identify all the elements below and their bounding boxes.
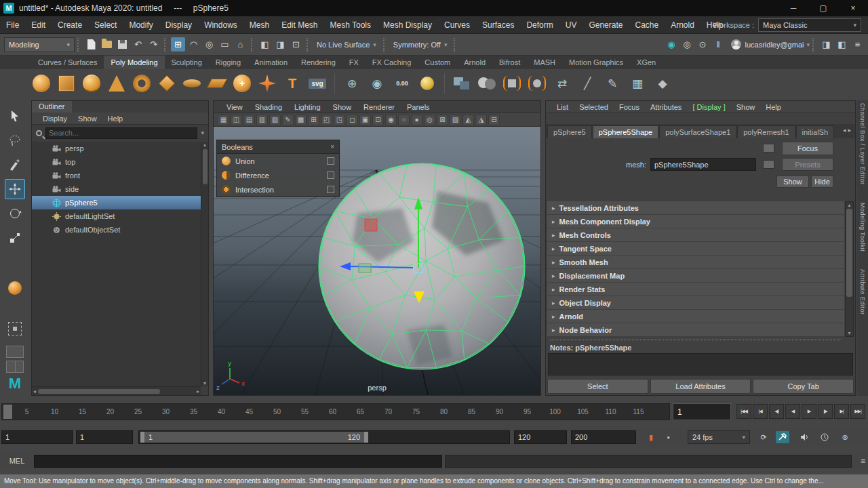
focus-button[interactable]: Focus	[782, 142, 833, 155]
search-input[interactable]	[45, 127, 197, 139]
select-tool-button[interactable]	[5, 106, 25, 126]
shaded-mode-icon[interactable]: ○	[398, 115, 410, 125]
viewport-menu-item[interactable]: Shading	[249, 101, 288, 113]
lock-camera-icon[interactable]: ◫	[231, 115, 242, 125]
menu-item[interactable]: Cache	[629, 16, 665, 34]
union-options-checkbox[interactable]	[327, 157, 334, 165]
menu-item[interactable]: UV	[559, 16, 583, 34]
outliner-vertical-scrollbar[interactable]: ▴ ▾	[201, 142, 208, 386]
set-key-icon[interactable]: ▪	[662, 431, 675, 443]
scroll-down-icon[interactable]: ▾	[848, 330, 850, 336]
attribute-editor-toggle[interactable]: ◧	[835, 37, 849, 52]
step-back-frame-button[interactable]: |◀	[753, 404, 768, 419]
menu-item[interactable]: Mesh Tools	[324, 16, 377, 34]
shelf-tab[interactable]: Motion Graphics	[562, 56, 630, 69]
channel-box-toggle[interactable]: ≡	[850, 37, 865, 52]
animation-preferences-icon[interactable]: ⊛	[838, 431, 852, 443]
bookmark-icon[interactable]: ▥	[256, 115, 268, 125]
load-attributes-button[interactable]: Load Attributes	[650, 379, 751, 394]
lights-icon[interactable]: ◎	[424, 115, 435, 125]
attribute-editor-menu-item[interactable]: Show	[731, 101, 761, 113]
attribute-section-row[interactable]: ▸ Node Behavior	[547, 323, 844, 336]
toolbar-grip[interactable]	[251, 38, 254, 52]
outliner-item-front[interactable]: front	[32, 169, 201, 182]
menu-item[interactable]: Generate	[583, 16, 629, 34]
rotate-tool-button[interactable]	[5, 203, 25, 224]
workspace-dropdown[interactable]: Maya Classic ▾	[758, 18, 861, 32]
tab-prev-icon[interactable]: ◂	[843, 127, 846, 134]
field-chart-icon[interactable]: ◻	[347, 115, 358, 125]
menu-set-dropdown[interactable]: Modeling ▾	[4, 37, 75, 52]
scale-tool-button[interactable]	[5, 228, 25, 248]
film-gate-icon[interactable]: ⊞	[308, 115, 319, 125]
snap-to-curves-toggle[interactable]: ◠	[186, 37, 201, 52]
node-tab[interactable]: polySurfaceShape1	[659, 125, 736, 138]
svg-tool[interactable]: svg	[307, 73, 328, 94]
toolbar-grip[interactable]	[77, 38, 81, 52]
viewport-menu-item[interactable]: View	[220, 101, 249, 113]
menu-item[interactable]: Arnold	[665, 16, 701, 34]
node-tab[interactable]: polyRemesh1	[737, 125, 795, 138]
chevron-down-icon[interactable]: ▾	[201, 129, 204, 136]
construction-plane-tool[interactable]: ⊕	[342, 73, 362, 94]
open-scene-button[interactable]	[100, 37, 114, 52]
menu-item-difference[interactable]: Difference	[217, 168, 339, 182]
toolbar-grip[interactable]	[307, 38, 310, 52]
extrude-tool[interactable]	[502, 73, 522, 94]
redo-button[interactable]: ↷	[146, 37, 161, 52]
snap-to-planes-toggle[interactable]: ▭	[218, 37, 232, 52]
multisample-icon[interactable]: ◮	[475, 115, 487, 125]
attribute-section-row[interactable]: ▸ Tessellation Attributes	[547, 201, 844, 214]
menu-item[interactable]: Select	[88, 16, 123, 34]
toolbar-grip[interactable]	[454, 38, 457, 52]
scroll-right-icon[interactable]: ▸	[197, 388, 199, 394]
menu-item[interactable]: Modify	[123, 16, 159, 34]
node-tab[interactable]: pSphere5Shape	[593, 125, 659, 138]
viewport-menu-item[interactable]: Renderer	[357, 101, 401, 113]
dock-tab[interactable]: Attribute Editor	[859, 269, 866, 315]
outliner-menu-item[interactable]: Show	[73, 113, 102, 125]
attribute-section-row[interactable]: ▸ Arnold	[547, 310, 844, 323]
booleans-menu-title[interactable]: Booleans ×	[217, 140, 339, 154]
measure-tool[interactable]: 0.00	[392, 73, 412, 94]
snap-to-grids-toggle[interactable]: ⊞	[171, 37, 185, 52]
notes-textarea[interactable]	[548, 353, 853, 375]
scrollbar-thumb[interactable]	[203, 149, 208, 184]
outliner-menu-item[interactable]: Help	[102, 113, 129, 125]
animation-start-field[interactable]	[1, 430, 73, 444]
step-forward-key-button[interactable]: |▶	[818, 404, 833, 419]
sculpt-sphere-tool[interactable]	[417, 73, 437, 94]
quad-draw-tool[interactable]: ✎	[602, 73, 623, 94]
wireframe-mode-icon[interactable]: ◉	[385, 115, 397, 125]
attribute-section-row[interactable]: ▸ Mesh Controls	[547, 228, 844, 241]
gate-mask-icon[interactable]: ◳	[334, 115, 345, 125]
animation-end-field[interactable]	[571, 430, 636, 444]
safe-action-icon[interactable]: ▣	[359, 115, 371, 125]
expand-arrow-button[interactable]	[763, 160, 774, 169]
tab-next-icon[interactable]: ▸	[848, 127, 851, 134]
sphere-plus-tool[interactable]: +	[232, 73, 252, 94]
modeling-toolkit-toggle[interactable]: ◨	[819, 37, 833, 52]
poly-plane-tool[interactable]	[207, 73, 227, 94]
snap-to-view-toggle[interactable]: ⌂	[233, 37, 248, 52]
safe-title-icon[interactable]: ⊡	[372, 115, 384, 125]
outliner-item-psphere5[interactable]: pSphere5	[32, 196, 201, 209]
playback-start-field[interactable]	[76, 430, 133, 444]
shadows-icon[interactable]: ⊠	[437, 115, 448, 125]
toolbar-grip[interactable]	[812, 38, 816, 52]
paint-select-tool-button[interactable]	[5, 155, 25, 175]
attribute-editor-menu-item[interactable]: Display	[687, 101, 730, 113]
scroll-left-icon[interactable]: ◂	[33, 388, 36, 394]
highlight-selection-toggle[interactable]	[5, 319, 25, 339]
viewport-menu-item[interactable]: Show	[327, 101, 358, 113]
menu-item[interactable]: Mesh	[243, 16, 275, 34]
four-pane-layout-button[interactable]	[6, 361, 24, 373]
playback-end-field[interactable]	[514, 430, 567, 444]
input-connections-button[interactable]: ◧	[258, 37, 272, 52]
save-scene-button[interactable]	[115, 37, 130, 52]
close-icon[interactable]: ×	[330, 143, 334, 150]
crease-tool[interactable]: ◆	[652, 73, 673, 94]
shelf-tab[interactable]: Rigging	[209, 56, 248, 69]
maximize-button[interactable]: ▢	[808, 0, 838, 16]
shelf-tab[interactable]: Arnold	[457, 56, 492, 69]
